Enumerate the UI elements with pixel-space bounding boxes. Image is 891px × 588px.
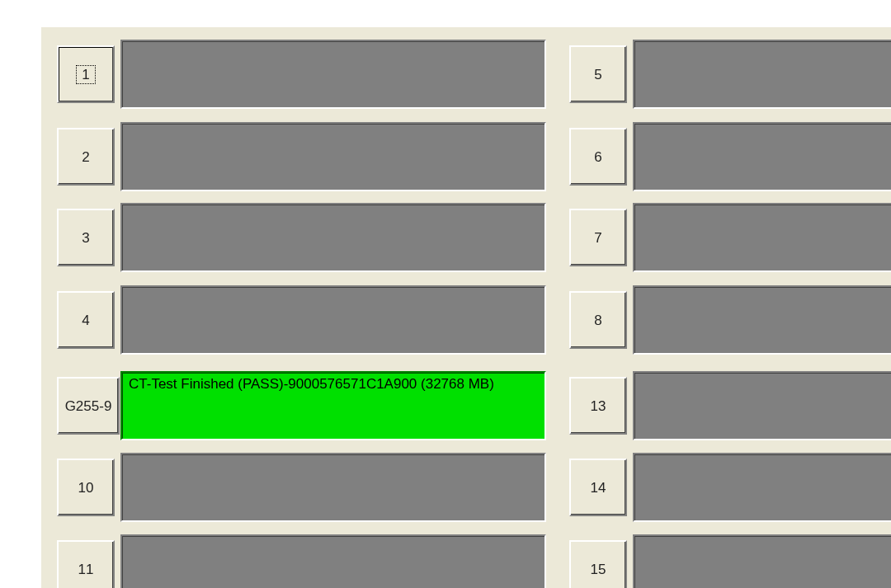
- slot-button-label: 7: [594, 231, 601, 245]
- slot-button-label: 8: [594, 313, 601, 327]
- slot-status-14: [633, 453, 891, 522]
- slot-button-label: 10: [78, 481, 94, 495]
- slot-button-7[interactable]: 7: [569, 209, 627, 266]
- slot-button-6[interactable]: 6: [569, 128, 627, 186]
- slot-button-label: 5: [594, 68, 601, 82]
- slot-button-3[interactable]: 3: [57, 209, 115, 266]
- slots-panel: 1 2 3 4 G255-9 CT-Test Finis: [41, 27, 891, 588]
- slot-status-3: [120, 203, 546, 272]
- slot-button-label: 11: [78, 562, 94, 576]
- slot-button-10[interactable]: 10: [57, 459, 115, 516]
- slot-status-6: [633, 122, 891, 191]
- slot-button-label: 3: [82, 231, 89, 245]
- slot-button-label: 13: [591, 399, 606, 413]
- slot-status-4: [120, 285, 546, 355]
- slot-button-label: 4: [82, 313, 89, 327]
- slot-button-label: 14: [591, 481, 606, 495]
- app-canvas: 1 2 3 4 G255-9 CT-Test Finis: [0, 0, 891, 588]
- slot-button-8[interactable]: 8: [569, 291, 627, 349]
- slot-status-15: [633, 534, 891, 588]
- slot-status-text: CT-Test Finished (PASS)-9000576571C1A900…: [129, 376, 494, 393]
- slot-button-g255-9[interactable]: G255-9: [57, 377, 120, 435]
- slot-status-2: [120, 122, 546, 191]
- slot-status-g255-9: CT-Test Finished (PASS)-9000576571C1A900…: [120, 371, 546, 440]
- slot-button-1[interactable]: 1: [57, 45, 115, 103]
- slot-status-10: [120, 453, 546, 522]
- slot-button-2[interactable]: 2: [57, 128, 115, 186]
- slot-button-11[interactable]: 11: [57, 540, 115, 588]
- slot-button-13[interactable]: 13: [569, 377, 627, 435]
- slot-button-4[interactable]: 4: [57, 291, 115, 349]
- slot-status-1: [120, 40, 546, 109]
- slot-button-label: 2: [82, 150, 89, 164]
- slot-button-14[interactable]: 14: [569, 459, 627, 516]
- slot-button-label: G255-9: [65, 399, 112, 413]
- slot-button-label: 15: [591, 562, 606, 576]
- slot-status-8: [633, 285, 891, 355]
- slot-button-15[interactable]: 15: [569, 540, 627, 588]
- slot-button-label: 6: [594, 150, 601, 164]
- slot-button-5[interactable]: 5: [569, 45, 627, 103]
- slot-status-11: [120, 534, 546, 588]
- slot-status-13: [633, 371, 891, 440]
- slot-button-label: 1: [77, 66, 94, 83]
- slot-status-7: [633, 203, 891, 272]
- slot-status-5: [633, 40, 891, 109]
